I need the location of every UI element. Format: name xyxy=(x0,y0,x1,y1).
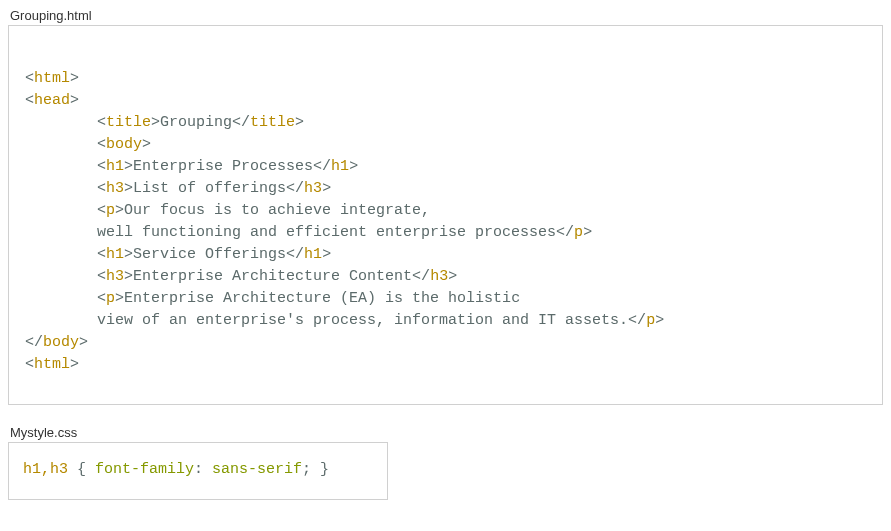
code-block-css: h1,h3 { font-family: sans-serif; } xyxy=(8,442,388,500)
h1-text-2: Service Offerings xyxy=(133,246,286,263)
tag-title-close: title xyxy=(250,114,295,131)
css-selector: h1,h3 xyxy=(23,461,68,478)
h3-text-2: Enterprise Architecture Content xyxy=(133,268,412,285)
code-block-html: <html> <head> <title>Grouping</title> <b… xyxy=(8,25,883,405)
p-text-2a: Enterprise Architecture (EA) is the holi… xyxy=(124,290,520,307)
tag-h3-close-1: h3 xyxy=(304,180,322,197)
tag-h3-open-2: h3 xyxy=(106,268,124,285)
file-label-1: Grouping.html xyxy=(8,8,883,23)
tag-h3-open-1: h3 xyxy=(106,180,124,197)
tag-p-open-1: p xyxy=(106,202,115,219)
tag-head-open: head xyxy=(34,92,70,109)
file-label-2: Mystyle.css xyxy=(8,425,883,440)
tag-body-close: body xyxy=(43,334,79,351)
h3-text-1: List of offerings xyxy=(133,180,286,197)
tag-h3-close-2: h3 xyxy=(430,268,448,285)
p-text-2b: view of an enterprise's process, informa… xyxy=(97,312,628,329)
tag-title-open: title xyxy=(106,114,151,131)
title-text: Grouping xyxy=(160,114,232,131)
tag-html-open: html xyxy=(34,70,70,87)
css-value: sans-serif xyxy=(212,461,302,478)
tag-h1-close-1: h1 xyxy=(331,158,349,175)
tag-p-close-1: p xyxy=(574,224,583,241)
tag-h1-open-1: h1 xyxy=(106,158,124,175)
tag-body-open: body xyxy=(106,136,142,153)
tag-html-close: html xyxy=(34,356,70,373)
tag-p-open-2: p xyxy=(106,290,115,307)
css-property: font-family xyxy=(95,461,194,478)
p-text-1b: well functioning and efficient enterpris… xyxy=(97,224,556,241)
tag-h1-close-2: h1 xyxy=(304,246,322,263)
tag-h1-open-2: h1 xyxy=(106,246,124,263)
h1-text-1: Enterprise Processes xyxy=(133,158,313,175)
tag-p-close-2: p xyxy=(646,312,655,329)
p-text-1a: Our focus is to achieve integrate, xyxy=(124,202,430,219)
